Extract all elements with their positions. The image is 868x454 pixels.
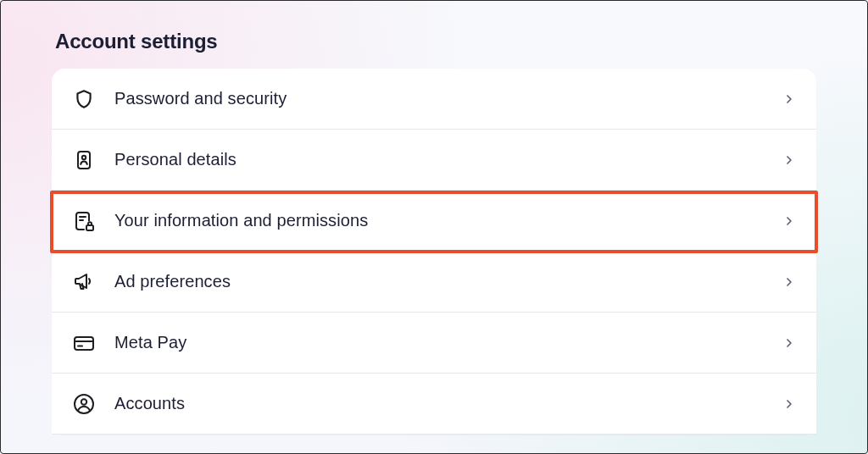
row-label: Meta Pay — [114, 333, 782, 352]
shield-icon — [72, 87, 96, 111]
row-label: Ad preferences — [114, 272, 782, 291]
row-meta-pay[interactable]: Meta Pay — [52, 313, 816, 374]
row-accounts[interactable]: Accounts — [52, 374, 816, 435]
svg-rect-4 — [86, 225, 93, 230]
row-personal-details[interactable]: Personal details — [52, 130, 816, 191]
chevron-right-icon — [782, 153, 796, 167]
id-card-icon — [72, 148, 96, 172]
user-circle-icon — [72, 392, 96, 416]
row-label: Accounts — [114, 394, 782, 413]
chevron-right-icon — [782, 92, 796, 106]
megaphone-icon — [72, 270, 96, 294]
card-icon — [72, 331, 96, 355]
row-password-security[interactable]: Password and security — [52, 69, 816, 130]
svg-point-9 — [81, 399, 86, 404]
doc-lock-icon — [72, 209, 96, 233]
page-title: Account settings — [55, 30, 816, 53]
chevron-right-icon — [782, 275, 796, 289]
chevron-right-icon — [782, 397, 796, 411]
row-label: Personal details — [114, 150, 782, 169]
row-ad-preferences[interactable]: Ad preferences — [52, 252, 816, 313]
row-information-permissions[interactable]: Your information and permissions — [52, 191, 816, 252]
row-label: Password and security — [114, 89, 782, 108]
chevron-right-icon — [782, 214, 796, 228]
svg-rect-5 — [75, 337, 93, 350]
chevron-right-icon — [782, 336, 796, 350]
row-label: Your information and permissions — [114, 211, 782, 230]
settings-list: Password and security Personal details — [52, 69, 816, 435]
svg-point-1 — [82, 155, 86, 158]
